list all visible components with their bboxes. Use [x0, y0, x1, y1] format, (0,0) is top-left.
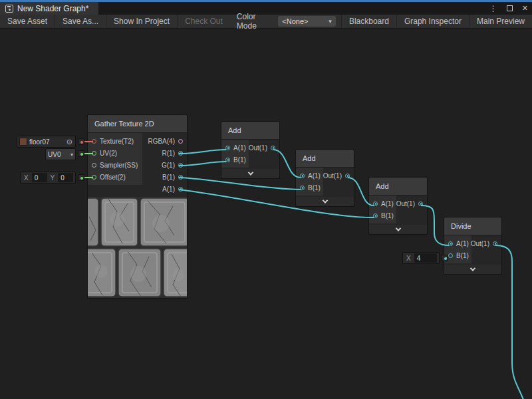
- node-divide[interactable]: Divide A(1) B(1) Out(1): [444, 217, 502, 275]
- port-divide-a[interactable]: [448, 241, 453, 246]
- output-row-out: Out(1): [249, 142, 279, 154]
- port-add1-b[interactable]: [225, 158, 230, 162]
- port-g1[interactable]: [178, 163, 183, 168]
- input-row-uv: UV(2): [88, 147, 142, 159]
- input-row-texture: Texture(T2): [88, 135, 142, 147]
- color-mode-group: Color Mode <None> ▾: [230, 15, 341, 28]
- offset-x-input[interactable]: 0: [32, 173, 47, 182]
- wire-b-to-add2-b[interactable]: [179, 178, 301, 190]
- divide-b-float-field[interactable]: X 4: [402, 252, 440, 264]
- dropdown-arrow-icon: ▾: [329, 18, 332, 25]
- port-r1[interactable]: [178, 151, 183, 156]
- object-picker-icon[interactable]: ⊙: [66, 138, 73, 146]
- port-add2-out[interactable]: [345, 174, 350, 178]
- port-add1-out[interactable]: [271, 146, 275, 150]
- port-stub-offset[interactable]: [78, 174, 84, 181]
- uv-channel-value: UV0: [48, 151, 61, 158]
- uv-channel-dropdown[interactable]: UV0 ▾: [45, 148, 76, 160]
- port-add1-a[interactable]: [225, 146, 230, 150]
- output-row-rgba: RGBA(4): [142, 135, 187, 147]
- port-label-sampler: Sampler(SS): [100, 162, 138, 169]
- node-collapse-bar[interactable]: [444, 265, 501, 274]
- port-divide-b[interactable]: [448, 253, 453, 258]
- input-row-a: A(1): [296, 170, 323, 182]
- chevron-down-icon: [470, 265, 475, 271]
- texture-name: floor07: [29, 138, 50, 146]
- node-title[interactable]: Add: [296, 150, 354, 168]
- node-add-1[interactable]: Add A(1) B(1) Out(1): [221, 121, 280, 179]
- graph-inspector-toggle-button[interactable]: Graph Inspector: [396, 15, 469, 28]
- port-add2-b[interactable]: [300, 186, 305, 190]
- toolbar-right-group: Blackboard Graph Inspector Main Preview: [341, 15, 532, 28]
- node-gather-texture-2d[interactable]: Gather Texture 2D Texture(T2) UV(2) Samp…: [87, 114, 188, 299]
- node-collapse-bar[interactable]: [296, 197, 354, 206]
- port-add3-b[interactable]: [373, 213, 378, 218]
- port-label-a: A(1): [233, 144, 246, 152]
- port-uv2[interactable]: [92, 151, 96, 156]
- close-icon[interactable]: ✕: [522, 5, 528, 12]
- node-collapse-bar[interactable]: [369, 225, 427, 234]
- main-preview-toggle-button[interactable]: Main Preview: [469, 15, 532, 28]
- port-stub-divide-b[interactable]: [442, 255, 448, 261]
- port-a1[interactable]: [178, 187, 183, 192]
- check-out-button: Check Out: [178, 15, 230, 28]
- port-add2-a[interactable]: [300, 174, 305, 178]
- port-label-rgba: RGBA(4): [148, 138, 175, 145]
- color-mode-dropdown[interactable]: <None> ▾: [278, 16, 336, 27]
- texture-preview: [88, 197, 187, 298]
- node-title[interactable]: Divide: [444, 217, 501, 235]
- port-add3-out[interactable]: [418, 201, 423, 206]
- port-texture-t2[interactable]: [92, 139, 96, 144]
- port-label-a: A(1): [381, 200, 394, 207]
- port-label-a: A(1): [456, 240, 469, 247]
- port-label-b: B(1): [233, 156, 246, 164]
- node-title[interactable]: Add: [221, 122, 279, 140]
- input-row-b: B(1): [296, 182, 323, 194]
- divide-b-input[interactable]: 4: [414, 253, 437, 263]
- chevron-down-icon: [322, 198, 327, 203]
- blackboard-toggle-button[interactable]: Blackboard: [341, 15, 396, 28]
- output-row-out: Out(1): [396, 198, 427, 209]
- input-row-offset: Offset(2): [88, 171, 142, 183]
- x-label: X: [23, 174, 30, 182]
- tab-title: New Shader Graph*: [17, 4, 88, 13]
- port-label-out: Out(1): [396, 200, 415, 207]
- chevron-down-icon: [247, 170, 253, 175]
- node-title[interactable]: Gather Texture 2D: [88, 115, 187, 133]
- port-divide-out[interactable]: [493, 241, 497, 246]
- save-as-button[interactable]: Save As...: [55, 15, 106, 28]
- maximize-icon[interactable]: [507, 5, 513, 11]
- menu-kebab-icon[interactable]: ⋮: [489, 5, 497, 13]
- port-offset2[interactable]: [92, 175, 96, 180]
- port-add3-a[interactable]: [373, 201, 378, 206]
- input-row-a: A(1): [369, 198, 396, 209]
- save-asset-button[interactable]: Save Asset: [0, 15, 55, 28]
- port-stub-texture[interactable]: [78, 138, 84, 145]
- node-add-3[interactable]: Add A(1) B(1) Out(1): [368, 177, 428, 235]
- node-title[interactable]: Add: [369, 178, 427, 196]
- port-b1[interactable]: [178, 175, 183, 180]
- tab-new-shader-graph[interactable]: New Shader Graph*: [0, 2, 98, 15]
- input-row-a: A(1): [444, 237, 471, 249]
- input-row-a: A(1): [221, 142, 249, 154]
- port-label-b: B(1): [381, 212, 394, 219]
- node-collapse-bar[interactable]: [221, 169, 279, 178]
- port-label-uv: UV(2): [100, 150, 117, 157]
- node-add-2[interactable]: Add A(1) B(1) Out(1): [295, 149, 354, 207]
- shader-graph-window: New Shader Graph* ⋮ ✕ Save Asset Save As…: [0, 0, 532, 399]
- shader-graph-icon: [5, 5, 13, 13]
- port-rgba4[interactable]: [178, 139, 183, 144]
- texture-object-field[interactable]: floor07 ⊙: [17, 136, 76, 148]
- output-row-b: B(1): [142, 171, 187, 183]
- output-row-g: G(1): [142, 159, 187, 171]
- offset-y-input[interactable]: 0: [58, 173, 73, 182]
- offset-vector2-field[interactable]: X 0 Y 0: [20, 172, 76, 184]
- color-mode-label: Color Mode: [230, 12, 279, 31]
- output-row-r: R(1): [142, 147, 187, 159]
- port-stub-uv[interactable]: [78, 150, 84, 157]
- chevron-down-icon: [395, 225, 400, 231]
- port-sampler-ss[interactable]: [92, 163, 96, 168]
- color-mode-value: <None>: [282, 17, 308, 25]
- output-row-out: Out(1): [471, 237, 501, 249]
- show-in-project-button[interactable]: Show In Project: [106, 15, 178, 28]
